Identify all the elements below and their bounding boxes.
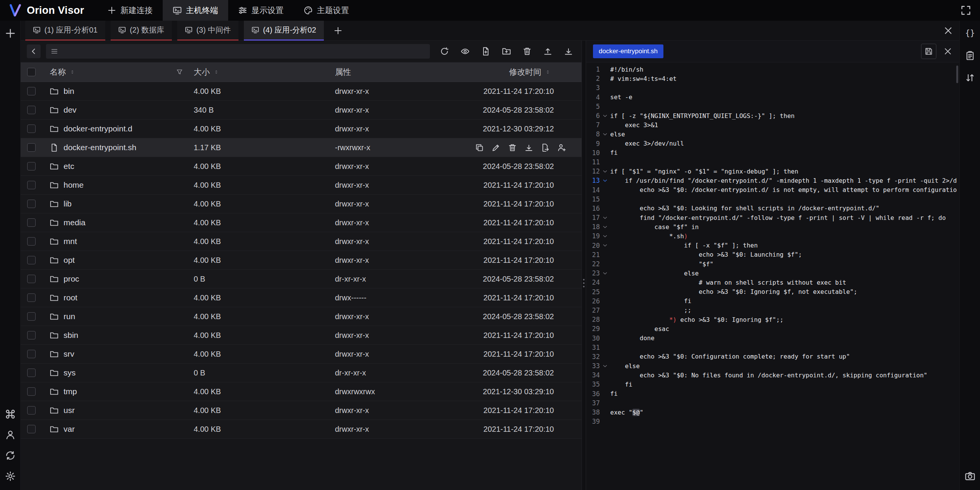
code-line-37[interactable]: 37 <box>586 398 959 408</box>
code-line-33[interactable]: 33 else <box>586 361 959 370</box>
table-row-docker-entrypoint.d[interactable]: docker-entrypoint.d4.00 KBdrwxr-xr-x2021… <box>21 120 581 138</box>
close-terminal-button[interactable] <box>943 26 953 36</box>
path-input[interactable] <box>62 47 425 56</box>
editor-scrollbar-thumb[interactable] <box>956 66 958 83</box>
code-line-7[interactable]: 7 exec 3>&1 <box>586 120 959 129</box>
fold-chevron-icon[interactable] <box>600 224 610 230</box>
nav-item-new-connection[interactable]: 新建连接 <box>97 0 163 21</box>
code-line-39[interactable]: 39 <box>586 417 959 426</box>
code-line-10[interactable]: 10fi <box>586 148 959 157</box>
code-line-26[interactable]: 26 fi <box>586 297 959 306</box>
table-row-tmp[interactable]: tmp4.00 KBdrwxrwxrwx2021-12-30 03:29:10 <box>21 382 581 401</box>
row-checkbox[interactable] <box>27 87 36 95</box>
code-line-2[interactable]: 2# vim:sw=4:ts=4:et <box>586 74 959 83</box>
table-row-run[interactable]: run4.00 KBdrwxr-xr-x2024-05-28 23:58:02 <box>21 307 581 326</box>
copy-action-icon[interactable] <box>475 143 484 152</box>
row-checkbox[interactable] <box>27 406 36 415</box>
add-tab-button[interactable] <box>329 21 347 41</box>
tab-1[interactable]: (1) 应用-分析01 <box>25 21 105 41</box>
delete-icon[interactable] <box>520 44 534 58</box>
table-row-bin[interactable]: bin4.00 KBdrwxr-xr-x2021-11-24 17:20:10 <box>21 82 581 101</box>
new-file-icon[interactable] <box>479 44 493 58</box>
table-row-root[interactable]: root4.00 KBdrwx------2021-11-24 17:20:10 <box>21 288 581 307</box>
code-line-18[interactable]: 18 case "$f" in <box>586 222 959 231</box>
code-line-3[interactable]: 3 <box>586 83 959 92</box>
code-line-12[interactable]: 12if [ "$1" = "nginx" -o "$1" = "nginx-d… <box>586 167 959 176</box>
code-line-27[interactable]: 27 ;; <box>586 306 959 315</box>
code-line-17[interactable]: 17 find "/docker-entrypoint.d/" -follow … <box>586 213 959 222</box>
fold-chevron-icon[interactable] <box>600 270 610 276</box>
editor-close-icon[interactable] <box>943 47 952 56</box>
back-button[interactable] <box>27 44 41 58</box>
code-line-23[interactable]: 23 else <box>586 269 959 278</box>
row-checkbox[interactable] <box>27 162 36 170</box>
code-line-31[interactable]: 31 <box>586 343 959 352</box>
table-row-docker-entrypoint.sh[interactable]: docker-entrypoint.sh1.17 KB-rwxrwxr-x <box>21 138 581 157</box>
row-checkbox[interactable] <box>27 256 36 264</box>
fold-chevron-icon[interactable] <box>600 363 610 369</box>
code-line-34[interactable]: 34 echo >&3 "$0: No files found in /dock… <box>586 370 959 380</box>
sort-mtime-icon[interactable] <box>545 69 551 75</box>
row-checkbox[interactable] <box>27 218 36 227</box>
permission-action-icon[interactable] <box>557 143 566 152</box>
table-row-etc[interactable]: etc4.00 KBdrwxr-xr-x2024-05-28 23:58:02 <box>21 157 581 176</box>
code-line-28[interactable]: 28 *) echo >&3 "$0: Ignoring $f";; <box>586 315 959 324</box>
sidebar-add-button[interactable] <box>5 28 16 39</box>
fold-chevron-icon[interactable] <box>600 178 610 184</box>
row-checkbox[interactable] <box>27 331 36 339</box>
row-checkbox[interactable] <box>27 125 36 133</box>
swap-vertical-icon[interactable] <box>965 73 975 83</box>
move-action-icon[interactable] <box>541 143 550 152</box>
fold-chevron-icon[interactable] <box>600 113 610 119</box>
row-checkbox[interactable] <box>27 350 36 358</box>
refresh-icon[interactable] <box>438 44 451 58</box>
fold-chevron-icon[interactable] <box>600 131 610 137</box>
download-action-icon[interactable] <box>524 143 533 152</box>
divider-grip[interactable] <box>583 279 585 287</box>
table-row-sys[interactable]: sys0 Bdr-xr-xr-x2024-05-28 23:58:02 <box>21 364 581 382</box>
row-checkbox[interactable] <box>27 200 36 208</box>
code-line-9[interactable]: 9 exec 3>/dev/null <box>586 139 959 148</box>
code-line-6[interactable]: 6if [ -z "${NGINX_ENTRYPOINT_QUIET_LOGS:… <box>586 111 959 120</box>
table-row-lib[interactable]: lib4.00 KBdrwxr-xr-x2021-11-24 17:20:10 <box>21 195 581 213</box>
code-line-5[interactable]: 5 <box>586 102 959 111</box>
row-checkbox[interactable] <box>27 275 36 283</box>
panel-resize-divider[interactable] <box>581 41 586 490</box>
code-line-19[interactable]: 19 *.sh) <box>586 231 959 241</box>
fold-chevron-icon[interactable] <box>600 215 610 221</box>
fold-chevron-icon[interactable] <box>600 243 610 248</box>
table-row-sbin[interactable]: sbin4.00 KBdrwxr-xr-x2021-11-24 17:20:10 <box>21 326 581 345</box>
code-line-22[interactable]: 22 "$f" <box>586 259 959 269</box>
code-line-4[interactable]: 4set -e <box>586 93 959 102</box>
code-line-15[interactable]: 15 <box>586 195 959 204</box>
code-line-24[interactable]: 24 # warn on shell scripts without exec … <box>586 278 959 287</box>
table-row-var[interactable]: var4.00 KBdrwxr-xr-x2021-11-24 17:20:10 <box>21 420 581 439</box>
table-row-mnt[interactable]: mnt4.00 KBdrwxr-xr-x2021-11-24 17:20:10 <box>21 232 581 251</box>
select-all-checkbox[interactable] <box>27 68 36 76</box>
tab-2[interactable]: (2) 数据库 <box>111 21 172 41</box>
fold-chevron-icon[interactable] <box>600 169 610 174</box>
code-line-30[interactable]: 30 done <box>586 333 959 343</box>
delete-action-icon[interactable] <box>508 143 517 152</box>
edit-action-icon[interactable] <box>492 143 500 152</box>
shortcut-command-icon[interactable] <box>5 409 16 420</box>
row-checkbox[interactable] <box>27 312 36 321</box>
row-checkbox[interactable] <box>27 237 36 246</box>
code-editor[interactable]: 1#!/bin/sh2# vim:sw=4:ts=4:et34set -e56i… <box>586 62 959 490</box>
code-line-38[interactable]: 38exec "$@" <box>586 408 959 417</box>
row-checkbox[interactable] <box>27 181 36 189</box>
nav-item-display-settings[interactable]: 显示设置 <box>228 0 294 21</box>
tab-4[interactable]: (4) 应用-分析02 <box>244 21 324 41</box>
save-button[interactable] <box>921 44 936 59</box>
table-row-dev[interactable]: dev340 Bdrwxr-xr-x2024-05-28 23:58:02 <box>21 101 581 120</box>
tab-3[interactable]: (3) 中间件 <box>177 21 238 41</box>
table-row-srv[interactable]: srv4.00 KBdrwxr-xr-x2021-11-24 17:20:10 <box>21 345 581 364</box>
clipboard-icon[interactable] <box>965 51 975 61</box>
code-line-21[interactable]: 21 echo >&3 "$0: Launching $f"; <box>586 250 959 259</box>
screenshot-camera-icon[interactable] <box>965 471 975 482</box>
fold-chevron-icon[interactable] <box>600 233 610 239</box>
filter-funnel-icon[interactable] <box>176 69 183 75</box>
sync-icon[interactable] <box>5 450 16 461</box>
code-line-36[interactable]: 36fi <box>586 389 959 398</box>
fullscreen-icon[interactable] <box>960 5 972 16</box>
